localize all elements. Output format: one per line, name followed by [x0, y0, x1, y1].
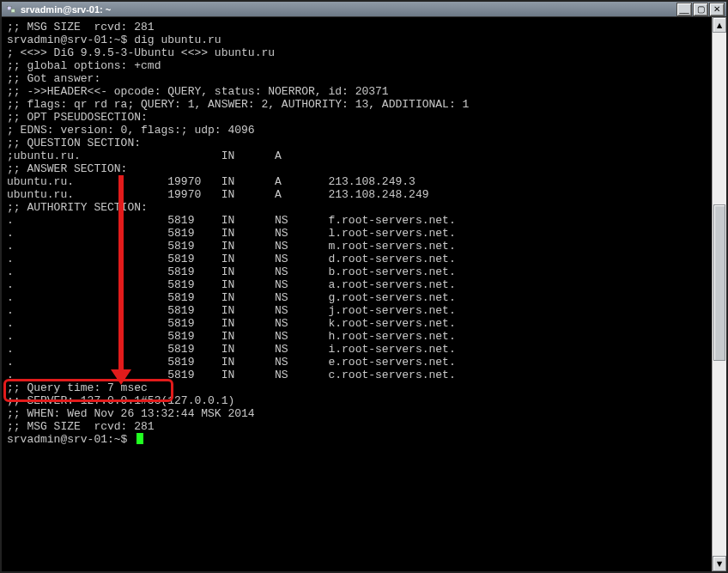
question-row: ;ubuntu.ru. IN A	[7, 149, 711, 162]
scroll-up-button[interactable]: ▴	[713, 17, 726, 33]
dig-banner: ;; ->>HEADER<<- opcode: QUERY, status: N…	[7, 85, 711, 98]
titlebar[interactable]: srvadmin@srv-01: ~ __ ▢ ✕	[2, 2, 726, 17]
svg-rect-0	[8, 6, 12, 10]
dig-banner: ;; global options: +cmd	[7, 59, 711, 72]
server-line: ;; SERVER: 127.0.0.1#53(127.0.0.1)	[7, 394, 711, 407]
authority-row: . 5819 IN NS j.root-servers.net.	[7, 304, 711, 317]
title-left: srvadmin@srv-01: ~	[5, 3, 111, 15]
app-icon	[5, 3, 17, 15]
terminal-window: srvadmin@srv-01: ~ __ ▢ ✕ ;; MSG SIZE rc…	[0, 0, 728, 573]
authority-row: . 5819 IN NS l.root-servers.net.	[7, 227, 711, 240]
answer-row: ubuntu.ru. 19970 IN A 213.108.248.249	[7, 188, 711, 201]
scroll-thumb[interactable]	[713, 204, 725, 361]
opt-line: ; EDNS: version: 0, flags:; udp: 4096	[7, 124, 711, 137]
scrollbar[interactable]: ▴ ▾	[712, 17, 726, 571]
authority-row: . 5819 IN NS k.root-servers.net.	[7, 317, 711, 330]
authority-row: . 5819 IN NS h.root-servers.net.	[7, 330, 711, 343]
close-icon: ✕	[713, 5, 720, 14]
svg-rect-1	[11, 9, 15, 13]
prompt-user: srvadmin@srv-01:~$	[7, 433, 134, 446]
msg-size-line: ;; MSG SIZE rcvd: 281	[7, 420, 711, 433]
minimize-button[interactable]: __	[676, 3, 692, 16]
authority-row: . 5819 IN NS f.root-servers.net.	[7, 214, 711, 227]
opt-header: ;; OPT PSEUDOSECTION:	[7, 111, 711, 124]
authority-row: . 5819 IN NS g.root-servers.net.	[7, 291, 711, 304]
authority-row: . 5819 IN NS d.root-servers.net.	[7, 253, 711, 265]
close-button[interactable]: ✕	[709, 3, 725, 16]
msg-size-line: ;; MSG SIZE rcvd: 281	[7, 21, 711, 34]
authority-row: . 5819 IN NS i.root-servers.net.	[7, 343, 711, 356]
dig-banner: ;; Got answer:	[7, 72, 711, 85]
prompt-user: srvadmin@srv-01:~$	[7, 34, 134, 46]
dig-banner: ;; flags: qr rd ra; QUERY: 1, ANSWER: 2,…	[7, 98, 711, 111]
query-time-line: ;; Query time: 7 msec	[7, 381, 711, 394]
authority-row: . 5819 IN NS c.root-servers.net.	[7, 369, 711, 381]
authority-row: . 5819 IN NS a.root-servers.net.	[7, 278, 711, 291]
prompt-command: dig ubuntu.ru	[134, 34, 221, 46]
scroll-track[interactable]	[713, 33, 726, 556]
when-line: ;; WHEN: Wed Nov 26 13:32:44 MSK 2014	[7, 407, 711, 420]
maximize-icon: ▢	[697, 5, 705, 14]
scroll-down-button[interactable]: ▾	[713, 556, 726, 571]
dig-banner: ; <<>> DiG 9.9.5-3-Ubuntu <<>> ubuntu.ru	[7, 46, 711, 59]
authority-row: . 5819 IN NS e.root-servers.net.	[7, 356, 711, 369]
maximize-button[interactable]: ▢	[693, 3, 708, 16]
answer-header: ;; ANSWER SECTION:	[7, 162, 711, 175]
cursor	[136, 433, 143, 444]
prompt-line: srvadmin@srv-01:~$ dig ubuntu.ru	[7, 34, 711, 46]
prompt-line[interactable]: srvadmin@srv-01:~$	[7, 433, 711, 446]
window-title: srvadmin@srv-01: ~	[21, 4, 111, 15]
caret-up-icon: ▴	[715, 16, 724, 34]
question-header: ;; QUESTION SECTION:	[7, 137, 711, 149]
minimize-icon: __	[679, 5, 689, 14]
answer-row: ubuntu.ru. 19970 IN A 213.108.249.3	[7, 175, 711, 188]
caret-down-icon: ▾	[715, 555, 724, 572]
terminal[interactable]: ;; MSG SIZE rcvd: 281srvadmin@srv-01:~$ …	[2, 17, 713, 571]
authority-row: . 5819 IN NS m.root-servers.net.	[7, 240, 711, 253]
window-buttons: __ ▢ ✕	[676, 3, 725, 16]
authority-header: ;; AUTHORITY SECTION:	[7, 201, 711, 214]
authority-row: . 5819 IN NS b.root-servers.net.	[7, 265, 711, 278]
